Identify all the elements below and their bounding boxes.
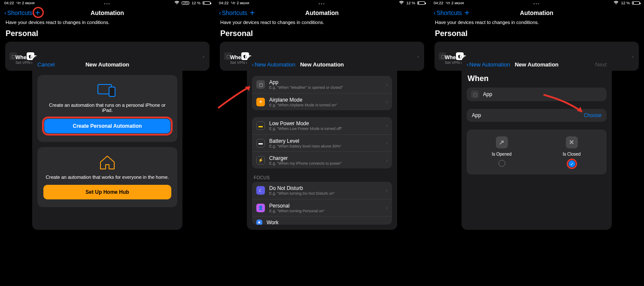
add-button[interactable]: + (465, 9, 470, 17)
status-time: 04:22 (4, 1, 14, 5)
opened-radio[interactable] (498, 160, 505, 167)
row-title: Do Not Disturb (269, 185, 334, 191)
app-label: App (472, 112, 481, 118)
svg-rect-1 (109, 87, 115, 96)
trigger-airplane[interactable]: ✈ Airplane ModeE.g. "When Airplane Mode … (252, 93, 392, 110)
nav-bar: ‹ Shortcuts + Automation (0, 6, 215, 20)
battery-level-icon: ▬ (256, 139, 265, 148)
trigger-group-focus: ☾ Do Not DisturbE.g. "When turning Do No… (252, 182, 392, 225)
row-title: App (269, 79, 343, 85)
battery-pct: 12 % (621, 1, 630, 5)
pane-3: 04:22 Чт 2 июня ••• 12 % ‹ Shortcuts + A… (429, 0, 644, 286)
chevron-right-icon: › (417, 53, 419, 60)
row-sub: E.g. "When battery level rises above 50%… (269, 144, 341, 148)
page-subline: Have your devices react to changes in co… (429, 20, 644, 25)
closed-radio[interactable]: ✓ (568, 160, 575, 167)
row-sub: E.g. "When turning Do Not Disturb on" (269, 191, 334, 196)
status-time: 04:22 (434, 1, 444, 5)
status-date: Чт 2 июня (231, 1, 249, 5)
personal-desc: Create an automation that runs on a pers… (43, 102, 171, 113)
next-button[interactable]: Next (595, 61, 607, 68)
lpm-icon: ▬ (256, 121, 265, 130)
battery-pct: 12 % (406, 1, 415, 5)
row-sub: E.g. "When "Weather" is opened or closed… (269, 85, 343, 90)
status-bar: 04:22 Чт 2 июня ••• 12 % (429, 0, 644, 6)
chevron-left-icon: ‹ (4, 9, 6, 16)
add-button[interactable]: + (35, 9, 40, 17)
row-title: Personal (269, 203, 325, 209)
chevron-left-icon: ‹ (434, 9, 436, 16)
more-handle[interactable]: ••• (104, 2, 110, 6)
app-chip-label: App (483, 91, 492, 97)
choose-app-row[interactable]: App Choose (467, 109, 607, 122)
back-button[interactable]: ‹ Shortcuts (4, 9, 33, 16)
close-icon: ✕ (566, 136, 578, 148)
section-personal: Personal (429, 25, 644, 42)
back-button[interactable]: ‹ Shortcuts (219, 9, 247, 16)
trigger-app[interactable]: ▢ AppE.g. "When "Weather" is opened or c… (252, 76, 392, 93)
airplane-icon: ✈ (256, 98, 265, 106)
trigger-group-settings: ▢ AppE.g. "When "Weather" is opened or c… (252, 76, 392, 110)
battery-icon (203, 1, 210, 5)
wifi-icon (174, 1, 179, 6)
home-icon (99, 155, 116, 170)
status-date: Чт 2 июня (446, 1, 464, 5)
pane-2: 04:22 Чт 2 июня ••• 12 % ‹ Shortcuts + A… (215, 0, 429, 286)
vpn-badge: VPN (182, 1, 189, 5)
trigger-focus-work[interactable]: ■ Work (252, 216, 392, 225)
chevron-right-icon: › (386, 140, 388, 146)
row-title: Low Power Mode (269, 120, 342, 126)
dnd-icon: ☾ (256, 186, 265, 195)
trigger-battery[interactable]: ▬ Battery LevelE.g. "When battery level … (252, 134, 392, 151)
chevron-left-icon: ‹ (252, 61, 254, 68)
chevron-right-icon: › (632, 53, 634, 60)
create-personal-button[interactable]: Create Personal Automation (44, 119, 170, 133)
modal-new-automation: Cancel New Automation Create an automati… (32, 56, 182, 230)
row-sub: E.g. "When turning Personal on" (269, 209, 325, 213)
battery-icon (632, 1, 640, 5)
personal-option-card: Create an automation that runs on a pers… (37, 75, 177, 142)
is-opened-option[interactable]: ↗ Is Opened (467, 136, 537, 168)
open-icon: ↗ (496, 136, 508, 148)
chevron-left-icon: ‹ (467, 61, 468, 68)
chevron-right-icon: › (386, 187, 388, 193)
back-button[interactable]: ‹ Shortcuts (434, 9, 462, 16)
add-button[interactable]: + (250, 9, 255, 17)
choose-button[interactable]: Choose (584, 112, 601, 118)
focus-label: FOCUS (252, 175, 392, 182)
chevron-right-icon: › (386, 205, 388, 211)
modal-back-button[interactable]: ‹ New Automation (252, 61, 295, 68)
row-title: Work (267, 220, 279, 225)
trigger-lpm[interactable]: ▬ Low Power ModeE.g. "When Low Power Mod… (252, 117, 392, 134)
open-close-toggle: ↗ Is Opened ✕ Is Closed ✓ (467, 129, 607, 175)
devices-icon (97, 83, 118, 97)
trigger-charger[interactable]: ⚡ ChargerE.g. "When my iPhone connects t… (252, 151, 392, 169)
modal-app-trigger: ‹ New Automation New Automation Next Whe… (462, 56, 612, 230)
trigger-dnd[interactable]: ☾ Do Not DisturbE.g. "When turning Do No… (252, 182, 392, 199)
chevron-right-icon: › (386, 99, 388, 105)
row-title: Airplane Mode (269, 97, 337, 103)
app-trigger-icon: ▢ (256, 80, 265, 89)
chevron-right-icon: › (386, 157, 388, 163)
charger-icon: ⚡ (256, 156, 265, 165)
highlight-closed: ✓ (568, 160, 576, 168)
trigger-focus-personal[interactable]: 👤 PersonalE.g. "When turning Personal on… (252, 199, 392, 216)
cancel-button[interactable]: Cancel (37, 61, 55, 68)
chevron-right-icon: › (386, 81, 388, 87)
wifi-icon (614, 1, 619, 6)
setup-home-hub-button[interactable]: Set Up Home Hub (43, 185, 171, 199)
page-subline: Have your devices react to changes in co… (0, 20, 215, 25)
modal-back-button[interactable]: ‹ New Automation (467, 61, 510, 68)
modal-back-label: New Automation (469, 61, 510, 68)
back-label: Shortcuts (437, 9, 462, 16)
more-handle[interactable]: ••• (533, 2, 540, 6)
opened-label: Is Opened (492, 152, 511, 157)
battery-icon (417, 1, 425, 5)
more-handle[interactable]: ••• (319, 2, 325, 6)
when-heading: When (467, 72, 607, 87)
highlight-personal-btn: Create Personal Automation (43, 118, 171, 134)
is-closed-option[interactable]: ✕ Is Closed ✓ (537, 136, 607, 168)
battery-pct: 12 % (191, 1, 200, 5)
back-label: Shortcuts (222, 9, 247, 16)
home-desc: Create an automation that works for ever… (46, 175, 169, 180)
